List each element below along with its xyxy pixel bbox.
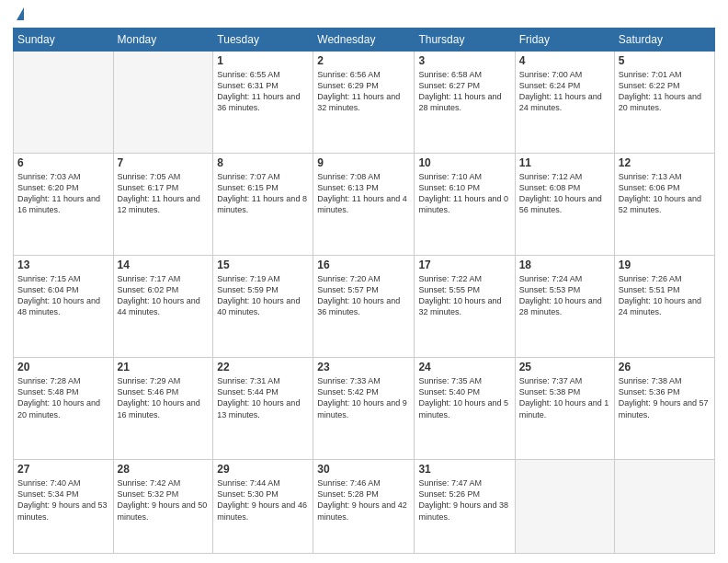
day-info: Sunrise: 7:29 AM Sunset: 5:46 PM Dayligh… <box>118 375 210 420</box>
day-info: Sunrise: 7:33 AM Sunset: 5:42 PM Dayligh… <box>317 375 410 420</box>
day-info: Sunrise: 7:10 AM Sunset: 6:10 PM Dayligh… <box>418 171 510 216</box>
calendar-cell: 15Sunrise: 7:19 AM Sunset: 5:59 PM Dayli… <box>213 256 313 358</box>
day-info: Sunrise: 7:38 AM Sunset: 5:36 PM Dayligh… <box>619 375 711 420</box>
day-info: Sunrise: 7:24 AM Sunset: 5:53 PM Dayligh… <box>519 273 610 318</box>
day-number: 20 <box>17 361 109 373</box>
day-info: Sunrise: 7:44 AM Sunset: 5:30 PM Dayligh… <box>217 477 309 523</box>
page: SundayMondayTuesdayWednesdayThursdayFrid… <box>0 0 728 563</box>
calendar-cell: 28Sunrise: 7:42 AM Sunset: 5:32 PM Dayli… <box>113 460 213 554</box>
calendar-cell: 20Sunrise: 7:28 AM Sunset: 5:48 PM Dayli… <box>14 358 114 460</box>
day-info: Sunrise: 7:05 AM Sunset: 6:17 PM Dayligh… <box>118 171 210 216</box>
day-info: Sunrise: 7:00 AM Sunset: 6:24 PM Dayligh… <box>519 69 610 114</box>
day-number: 8 <box>217 156 309 169</box>
day-number: 13 <box>17 259 109 271</box>
day-number: 4 <box>519 54 610 67</box>
calendar-cell: 27Sunrise: 7:40 AM Sunset: 5:34 PM Dayli… <box>14 460 114 554</box>
day-number: 14 <box>118 259 210 271</box>
day-number: 6 <box>17 156 109 169</box>
day-info: Sunrise: 7:40 AM Sunset: 5:34 PM Dayligh… <box>17 477 109 523</box>
day-number: 17 <box>418 259 510 271</box>
day-info: Sunrise: 7:19 AM Sunset: 5:59 PM Dayligh… <box>217 273 309 318</box>
calendar-cell: 31Sunrise: 7:47 AM Sunset: 5:26 PM Dayli… <box>415 460 515 554</box>
calendar-cell: 6Sunrise: 7:03 AM Sunset: 6:20 PM Daylig… <box>14 154 114 256</box>
day-info: Sunrise: 7:31 AM Sunset: 5:44 PM Dayligh… <box>217 375 309 420</box>
day-header-saturday: Saturday <box>614 29 714 52</box>
day-number: 26 <box>619 361 711 373</box>
calendar-cell: 21Sunrise: 7:29 AM Sunset: 5:46 PM Dayli… <box>113 358 213 460</box>
calendar-cell: 17Sunrise: 7:22 AM Sunset: 5:55 PM Dayli… <box>415 256 515 358</box>
day-number: 19 <box>619 259 711 271</box>
day-number: 5 <box>619 54 711 67</box>
day-header-monday: Monday <box>113 29 213 52</box>
day-number: 3 <box>418 54 510 67</box>
day-info: Sunrise: 7:01 AM Sunset: 6:22 PM Dayligh… <box>619 69 711 114</box>
calendar-cell: 7Sunrise: 7:05 AM Sunset: 6:17 PM Daylig… <box>113 154 213 256</box>
calendar-cell: 26Sunrise: 7:38 AM Sunset: 5:36 PM Dayli… <box>614 358 714 460</box>
week-row-5: 27Sunrise: 7:40 AM Sunset: 5:34 PM Dayli… <box>14 460 715 554</box>
day-number: 7 <box>118 156 210 169</box>
calendar-cell: 25Sunrise: 7:37 AM Sunset: 5:38 PM Dayli… <box>515 358 614 460</box>
day-number: 25 <box>519 361 610 373</box>
calendar-cell: 9Sunrise: 7:08 AM Sunset: 6:13 PM Daylig… <box>313 154 415 256</box>
day-header-thursday: Thursday <box>415 29 515 52</box>
week-row-4: 20Sunrise: 7:28 AM Sunset: 5:48 PM Dayli… <box>14 358 715 460</box>
calendar-cell: 22Sunrise: 7:31 AM Sunset: 5:44 PM Dayli… <box>213 358 313 460</box>
day-header-friday: Friday <box>515 29 614 52</box>
calendar-cell: 1Sunrise: 6:55 AM Sunset: 6:31 PM Daylig… <box>213 52 313 154</box>
calendar-cell: 18Sunrise: 7:24 AM Sunset: 5:53 PM Dayli… <box>515 256 614 358</box>
calendar: SundayMondayTuesdayWednesdayThursdayFrid… <box>13 28 715 554</box>
day-header-wednesday: Wednesday <box>313 29 415 52</box>
day-number: 15 <box>217 259 309 271</box>
day-number: 9 <box>317 156 410 169</box>
week-row-1: 1Sunrise: 6:55 AM Sunset: 6:31 PM Daylig… <box>14 52 715 154</box>
calendar-cell: 19Sunrise: 7:26 AM Sunset: 5:51 PM Dayli… <box>614 256 714 358</box>
calendar-cell <box>113 52 213 154</box>
day-info: Sunrise: 7:07 AM Sunset: 6:15 PM Dayligh… <box>217 171 309 216</box>
calendar-cell <box>515 460 614 554</box>
week-row-3: 13Sunrise: 7:15 AM Sunset: 6:04 PM Dayli… <box>14 256 715 358</box>
calendar-cell: 4Sunrise: 7:00 AM Sunset: 6:24 PM Daylig… <box>515 52 614 154</box>
day-number: 28 <box>118 463 210 476</box>
day-number: 16 <box>317 259 410 271</box>
day-info: Sunrise: 7:17 AM Sunset: 6:02 PM Dayligh… <box>118 273 210 318</box>
day-info: Sunrise: 7:12 AM Sunset: 6:08 PM Dayligh… <box>519 171 610 216</box>
calendar-cell: 16Sunrise: 7:20 AM Sunset: 5:57 PM Dayli… <box>313 256 415 358</box>
calendar-cell: 11Sunrise: 7:12 AM Sunset: 6:08 PM Dayli… <box>515 154 614 256</box>
calendar-cell: 14Sunrise: 7:17 AM Sunset: 6:02 PM Dayli… <box>113 256 213 358</box>
calendar-cell: 5Sunrise: 7:01 AM Sunset: 6:22 PM Daylig… <box>614 52 714 154</box>
day-number: 24 <box>418 361 510 373</box>
day-info: Sunrise: 7:13 AM Sunset: 6:06 PM Dayligh… <box>619 171 711 216</box>
day-number: 27 <box>17 463 109 476</box>
day-header-sunday: Sunday <box>14 29 114 52</box>
calendar-cell: 8Sunrise: 7:07 AM Sunset: 6:15 PM Daylig… <box>213 154 313 256</box>
day-info: Sunrise: 7:42 AM Sunset: 5:32 PM Dayligh… <box>118 477 210 523</box>
day-number: 21 <box>118 361 210 373</box>
day-number: 1 <box>217 54 309 67</box>
logo <box>13 9 24 20</box>
day-info: Sunrise: 7:28 AM Sunset: 5:48 PM Dayligh… <box>17 375 109 420</box>
calendar-cell: 12Sunrise: 7:13 AM Sunset: 6:06 PM Dayli… <box>614 154 714 256</box>
day-info: Sunrise: 7:46 AM Sunset: 5:28 PM Dayligh… <box>317 477 410 523</box>
day-info: Sunrise: 7:08 AM Sunset: 6:13 PM Dayligh… <box>317 171 410 216</box>
calendar-cell: 29Sunrise: 7:44 AM Sunset: 5:30 PM Dayli… <box>213 460 313 554</box>
day-number: 29 <box>217 463 309 476</box>
day-info: Sunrise: 7:35 AM Sunset: 5:40 PM Dayligh… <box>418 375 510 420</box>
day-number: 11 <box>519 156 610 169</box>
header <box>13 9 715 20</box>
calendar-cell: 24Sunrise: 7:35 AM Sunset: 5:40 PM Dayli… <box>415 358 515 460</box>
day-info: Sunrise: 7:26 AM Sunset: 5:51 PM Dayligh… <box>619 273 711 318</box>
day-info: Sunrise: 6:56 AM Sunset: 6:29 PM Dayligh… <box>317 69 410 114</box>
day-info: Sunrise: 7:47 AM Sunset: 5:26 PM Dayligh… <box>418 477 510 523</box>
day-number: 22 <box>217 361 309 373</box>
day-number: 23 <box>317 361 410 373</box>
day-info: Sunrise: 7:22 AM Sunset: 5:55 PM Dayligh… <box>418 273 510 318</box>
calendar-cell <box>14 52 114 154</box>
day-number: 10 <box>418 156 510 169</box>
day-number: 31 <box>418 463 510 476</box>
day-number: 18 <box>519 259 610 271</box>
day-info: Sunrise: 6:55 AM Sunset: 6:31 PM Dayligh… <box>217 69 309 114</box>
day-info: Sunrise: 7:37 AM Sunset: 5:38 PM Dayligh… <box>519 375 610 420</box>
calendar-cell: 3Sunrise: 6:58 AM Sunset: 6:27 PM Daylig… <box>415 52 515 154</box>
calendar-cell: 30Sunrise: 7:46 AM Sunset: 5:28 PM Dayli… <box>313 460 415 554</box>
header-row: SundayMondayTuesdayWednesdayThursdayFrid… <box>14 29 715 52</box>
